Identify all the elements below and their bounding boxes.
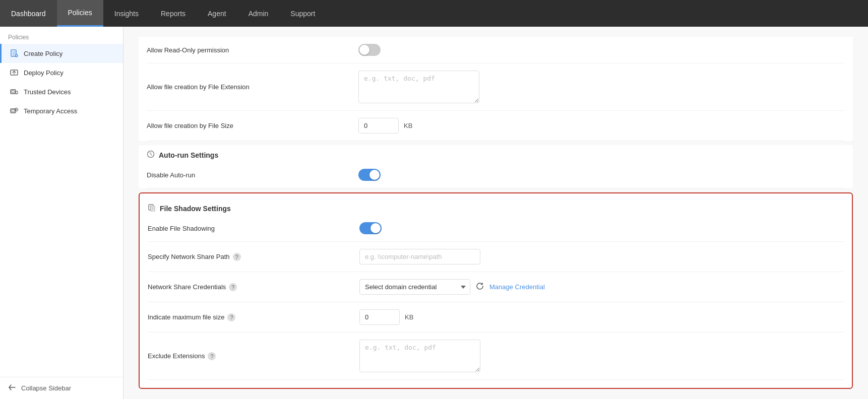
sidebar-item-create-policy[interactable]: Create Policy <box>0 44 123 63</box>
exclude-extensions-tooltip[interactable]: ? <box>208 352 216 360</box>
allow-file-size-unit: KB <box>404 122 412 129</box>
exclude-extensions-row: Exclude Extensions ? <box>148 332 844 380</box>
network-credentials-select[interactable]: Select domain credential <box>359 279 470 295</box>
network-credentials-label: Network Share Credentials ? <box>148 283 359 291</box>
collapse-sidebar-button[interactable]: Collapse Sidebar <box>0 377 123 399</box>
allow-file-ext-control <box>358 71 845 103</box>
network-credentials-control: Select domain credential Manage Credenti… <box>359 279 844 295</box>
allow-file-size-input[interactable] <box>358 118 399 134</box>
disable-autorun-label: Disable Auto-run <box>147 171 358 179</box>
disable-autorun-control <box>358 169 845 181</box>
refresh-credentials-icon[interactable] <box>475 282 484 292</box>
sidebar: Policies Create Policy Deploy Policy <box>0 27 123 399</box>
svg-rect-5 <box>16 91 18 94</box>
temporary-access-icon <box>10 106 19 115</box>
max-file-size-control: KB <box>359 309 844 325</box>
allow-file-ext-row: Allow file creation by File Extension <box>147 63 845 111</box>
sidebar-deploy-policy-label: Deploy Policy <box>24 69 64 77</box>
nav-policies[interactable]: Policies <box>57 0 103 27</box>
network-share-path-control <box>359 249 844 264</box>
svg-rect-7 <box>12 110 15 112</box>
exclude-extensions-input[interactable] <box>359 340 480 372</box>
file-shadow-icon <box>148 204 156 213</box>
network-credentials-tooltip[interactable]: ? <box>229 283 237 291</box>
sidebar-temporary-access-label: Temporary Access <box>24 107 77 115</box>
network-share-path-tooltip[interactable]: ? <box>233 253 241 261</box>
sidebar-item-temporary-access[interactable]: Temporary Access <box>0 101 123 120</box>
svg-rect-4 <box>12 91 15 93</box>
allow-readonly-row: Allow Read-Only permission <box>147 37 845 63</box>
max-file-size-input[interactable] <box>359 309 400 325</box>
exclude-extensions-label: Exclude Extensions ? <box>148 352 359 360</box>
autorun-section-label: Auto-run Settings <box>159 151 218 159</box>
disable-autorun-toggle[interactable] <box>358 169 381 181</box>
allow-file-size-control: KB <box>358 118 845 134</box>
main-layout: Policies Create Policy Deploy Policy <box>0 27 868 399</box>
nav-reports[interactable]: Reports <box>150 0 197 27</box>
trusted-devices-icon <box>10 87 19 96</box>
disable-autorun-row: Disable Auto-run <box>147 162 845 188</box>
create-policy-icon <box>10 49 19 58</box>
max-file-size-row: Indicate maximum file size ? KB <box>148 302 844 332</box>
allow-file-size-label: Allow file creation by File Size <box>147 122 358 129</box>
nav-support[interactable]: Support <box>279 0 326 27</box>
nav-dashboard[interactable]: Dashboard <box>0 0 57 27</box>
collapse-sidebar-label: Collapse Sidebar <box>21 384 71 392</box>
content-area: Allow Read-Only permission Allow file cr… <box>123 27 868 399</box>
network-share-path-input[interactable] <box>359 249 480 264</box>
allow-file-ext-input[interactable] <box>358 71 479 103</box>
manage-credential-link[interactable]: Manage Credential <box>489 283 545 291</box>
max-file-size-unit: KB <box>405 313 413 321</box>
max-file-size-tooltip[interactable]: ? <box>227 313 235 321</box>
enable-shadowing-control <box>359 222 844 234</box>
collapse-sidebar-icon <box>8 383 16 393</box>
autorun-section-header: Auto-run Settings <box>147 145 845 162</box>
sidebar-item-trusted-devices[interactable]: Trusted Devices <box>0 82 123 101</box>
sidebar-create-policy-label: Create Policy <box>24 50 63 57</box>
sidebar-trusted-devices-label: Trusted Devices <box>24 88 71 96</box>
sidebar-section-label: Policies <box>0 27 123 44</box>
top-nav: Dashboard Policies Insights Reports Agen… <box>0 0 868 27</box>
normal-settings: Allow Read-Only permission Allow file cr… <box>139 37 853 141</box>
autorun-icon <box>147 150 155 160</box>
exclude-extensions-control <box>359 340 844 372</box>
file-shadow-settings-box: File Shadow Settings Enable File Shadowi… <box>139 192 853 389</box>
allow-readonly-control <box>358 44 845 56</box>
file-shadow-section-label: File Shadow Settings <box>160 205 231 213</box>
enable-shadowing-toggle[interactable] <box>359 222 382 234</box>
file-shadow-section-header: File Shadow Settings <box>148 198 844 215</box>
allow-readonly-toggle[interactable] <box>358 44 381 56</box>
nav-insights[interactable]: Insights <box>103 0 150 27</box>
network-credentials-row: Network Share Credentials ? Select domai… <box>148 272 844 302</box>
allow-file-size-row: Allow file creation by File Size KB <box>147 111 845 141</box>
nav-agent[interactable]: Agent <box>197 0 237 27</box>
enable-shadowing-row: Enable File Shadowing <box>148 215 844 242</box>
network-share-path-row: Specify Network Share Path ? <box>148 242 844 272</box>
autorun-settings: Auto-run Settings Disable Auto-run <box>139 145 853 188</box>
nav-admin[interactable]: Admin <box>237 0 280 27</box>
deploy-policy-icon <box>10 68 19 77</box>
sidebar-item-deploy-policy[interactable]: Deploy Policy <box>0 63 123 82</box>
allow-readonly-label: Allow Read-Only permission <box>147 46 358 54</box>
network-share-path-label: Specify Network Share Path ? <box>148 253 359 261</box>
allow-file-ext-label: Allow file creation by File Extension <box>147 83 358 91</box>
max-file-size-label: Indicate maximum file size ? <box>148 313 359 321</box>
enable-shadowing-label: Enable File Shadowing <box>148 225 359 232</box>
